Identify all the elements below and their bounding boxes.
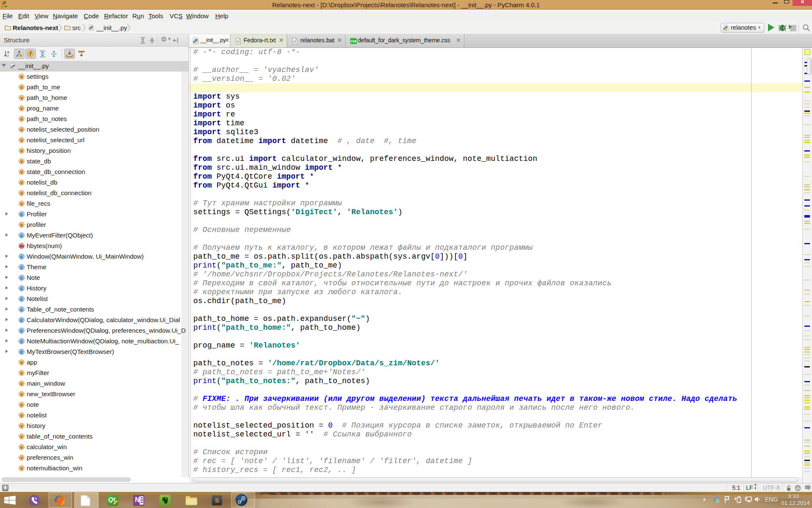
svg-text:z: z (7, 54, 9, 58)
